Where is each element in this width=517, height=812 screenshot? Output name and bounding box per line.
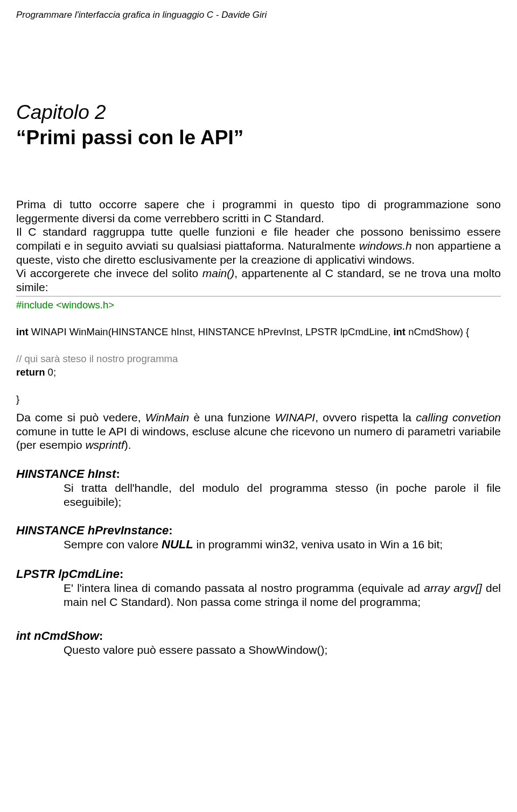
code-text: WINAPI WinMain(HINSTANCE hInst, HINSTANC… (29, 326, 394, 337)
code-keyword: int (393, 326, 406, 337)
text: Vi accorgerete che invece del solito (16, 267, 202, 279)
param-head-ncmd: int nCmdShow: (16, 629, 501, 643)
colon: : (169, 524, 172, 537)
param-head-hprev: HINSTANCE hPrevInstance: (16, 524, 501, 538)
text: in programmi win32, veniva usato in Win … (193, 538, 443, 550)
code-text: 0; (45, 366, 56, 378)
colon: : (120, 567, 123, 581)
chapter-number: Capitolo 2 (16, 101, 501, 124)
text: ). (124, 439, 131, 451)
param-desc-lp: E' l'intera linea di comando passata al … (64, 581, 501, 609)
code-comment: // qui sarà steso il nostro programma (16, 353, 178, 364)
text: è una funzione (189, 411, 275, 423)
text: Prima di tutto occorre sapere che i prog… (16, 198, 501, 224)
italic-text: windows.h (359, 239, 412, 252)
text: Da come si può vedere, (16, 411, 145, 423)
param-name: HINSTANCE hPrevInstance (16, 524, 169, 537)
page-header: Programmare l'interfaccia grafica in lin… (16, 10, 501, 20)
italic-text: WINAPI (275, 411, 315, 423)
code-text: nCmdShow) { (406, 326, 469, 337)
param-desc-hprev: Sempre con valore NULL in programmi win3… (64, 538, 501, 552)
param-head-lp: LPSTR lpCmdLine: (16, 567, 501, 581)
text: , ovvero rispetta la (315, 411, 416, 423)
colon: : (99, 629, 103, 642)
code-keyword: return (16, 366, 45, 378)
paragraph-intro: Prima di tutto occorre sapere che i prog… (16, 197, 501, 294)
param-name: int nCmdShow (16, 629, 99, 642)
param-head-hinst: HINSTANCE hInst: (16, 467, 501, 481)
italic-text: main() (202, 267, 235, 279)
italic-text: wsprintf (85, 439, 124, 451)
bold-italic-text: NULL (162, 538, 193, 551)
text: E' l'intera linea di comando passata al … (64, 582, 424, 594)
param-desc-hinst: Si tratta dell'handle, del modulo del pr… (64, 481, 501, 509)
text: Sempre con valore (64, 538, 162, 550)
code-preproc: #include <windows.h> (16, 299, 114, 310)
code-block: #include <windows.h> int WINAPI WinMain(… (16, 296, 501, 408)
document-page: Programmare l'interfaccia grafica in lin… (0, 0, 517, 673)
colon: : (116, 467, 120, 481)
param-name: LPSTR lpCmdLine (16, 567, 120, 581)
paragraph-winmain: Da come si può vedere, WinMain è una fun… (16, 411, 501, 452)
code-keyword: int (16, 326, 29, 337)
code-text: } (16, 393, 19, 405)
param-desc-ncmd: Questo valore può essere passato a ShowW… (64, 643, 501, 657)
chapter-title: “Primi passi con le API” (16, 126, 501, 150)
italic-text: array argv[] (424, 582, 482, 594)
param-name: HINSTANCE hInst (16, 467, 116, 481)
italic-text: calling convetion (416, 411, 501, 423)
italic-text: WinMain (145, 411, 190, 423)
